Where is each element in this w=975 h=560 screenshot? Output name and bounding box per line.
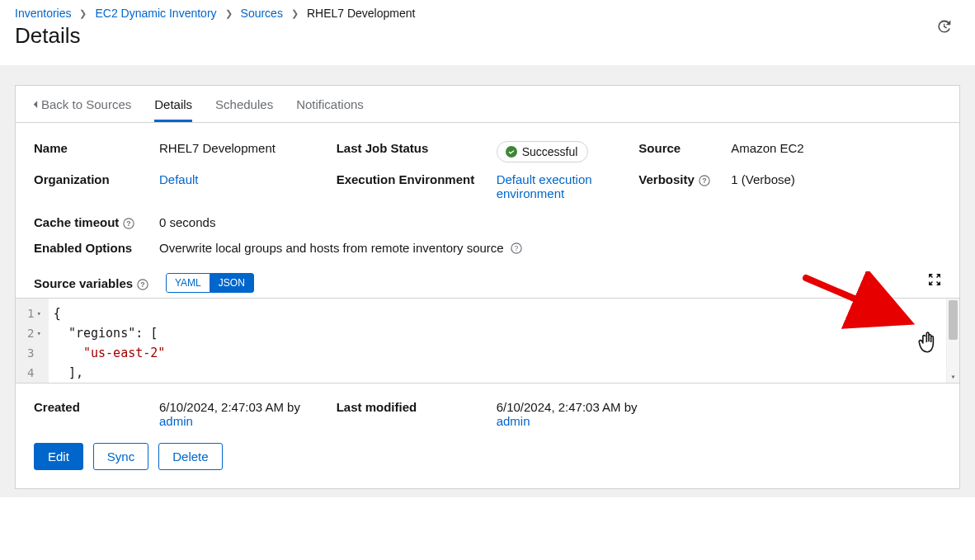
details-card: Back to Sources Details Schedules Notifi…	[15, 85, 960, 489]
source-value: Amazon EC2	[731, 141, 941, 162]
field-organization: Organization Default	[34, 172, 337, 200]
exec-env-label: Execution Environment	[337, 172, 497, 200]
name-value: RHEL7 Development	[159, 141, 337, 162]
breadcrumb: Inventories ❯ EC2 Dynamic Inventory ❯ So…	[15, 7, 960, 20]
expand-icon[interactable]	[928, 275, 941, 289]
tabs: Back to Sources Details Schedules Notifi…	[16, 86, 959, 123]
verbosity-value: 1 (Verbose)	[731, 172, 941, 200]
field-name: Name RHEL7 Development	[34, 141, 337, 162]
edit-button[interactable]: Edit	[34, 443, 83, 470]
breadcrumb-current: RHEL7 Development	[307, 7, 416, 20]
check-circle-icon	[506, 146, 517, 158]
cache-timeout-label: Cache timeout	[34, 215, 119, 229]
page-title: Details	[15, 23, 960, 49]
last-modified-label: Last modified	[337, 400, 497, 428]
field-source: Source Amazon EC2	[638, 141, 941, 162]
fold-icon[interactable]: ▾	[36, 323, 40, 343]
fold-icon[interactable]: ▾	[36, 304, 40, 323]
breadcrumb-link-sources[interactable]: Sources	[241, 7, 283, 20]
breadcrumb-link-inventories[interactable]: Inventories	[15, 7, 71, 20]
svg-point-0	[506, 146, 517, 158]
help-icon[interactable]: ?	[511, 242, 522, 254]
tab-schedules[interactable]: Schedules	[215, 86, 273, 122]
created-time: 6/10/2024, 2:47:03 AM by	[159, 400, 300, 414]
field-last-job-status: Last Job Status Successful	[337, 141, 639, 162]
field-cache-timeout: Cache timeout ? 0 seconds	[34, 215, 941, 229]
tab-notifications[interactable]: Notifications	[296, 86, 364, 122]
svg-text:?: ?	[127, 219, 131, 228]
organization-link[interactable]: Default	[159, 172, 199, 186]
exec-env-link[interactable]: Default execution environment	[497, 172, 592, 200]
status-badge[interactable]: Successful	[497, 141, 589, 162]
help-icon[interactable]: ?	[123, 218, 134, 229]
enabled-options-label: Enabled Options	[34, 241, 159, 255]
tab-details[interactable]: Details	[154, 86, 192, 122]
chevron-right-icon: ❯	[291, 8, 299, 19]
source-variables-label: Source variables	[34, 276, 133, 290]
chevron-right-icon: ❯	[225, 8, 233, 19]
toggle-yaml-button[interactable]: YAML	[166, 273, 210, 293]
breadcrumb-link-inventory[interactable]: EC2 Dynamic Inventory	[95, 7, 216, 20]
verbosity-label: Verbosity ?	[638, 172, 731, 200]
modified-time: 6/10/2024, 2:47:03 AM by	[497, 400, 638, 414]
field-execution-environment: Execution Environment Default execution …	[337, 172, 639, 200]
delete-button[interactable]: Delete	[158, 443, 222, 470]
format-toggle: YAML JSON	[166, 273, 254, 293]
history-icon[interactable]	[935, 18, 952, 35]
svg-text:?: ?	[702, 176, 706, 185]
scroll-down-icon[interactable]: ▾	[947, 372, 959, 381]
chevron-right-icon: ❯	[79, 8, 87, 19]
sync-button[interactable]: Sync	[93, 443, 148, 470]
field-source-variables: Source variables ? YAML JSON	[34, 273, 941, 293]
enabled-options-value: Overwrite local groups and hosts from re…	[159, 241, 941, 255]
field-enabled-options: Enabled Options Overwrite local groups a…	[34, 241, 941, 255]
field-last-modified: Last modified 6/10/2024, 2:47:03 AM by a…	[337, 400, 639, 428]
help-icon[interactable]: ?	[137, 279, 148, 290]
last-job-status-label: Last Job Status	[337, 141, 497, 162]
back-to-sources-link[interactable]: Back to Sources	[32, 86, 131, 122]
svg-text:?: ?	[514, 244, 518, 252]
source-label: Source	[638, 141, 731, 162]
svg-text:?: ?	[140, 280, 144, 289]
toggle-json-button[interactable]: JSON	[210, 273, 254, 293]
line-gutter: 1▾ 2▾ 3▾ 4▾	[16, 299, 49, 383]
organization-label: Organization	[34, 172, 159, 200]
created-label: Created	[34, 400, 159, 428]
scroll-thumb[interactable]	[949, 300, 958, 340]
modified-user-link[interactable]: admin	[497, 414, 530, 428]
field-created: Created 6/10/2024, 2:47:03 AM by admin	[34, 400, 337, 428]
name-label: Name	[34, 141, 159, 162]
field-verbosity: Verbosity ? 1 (Verbose)	[638, 172, 941, 200]
help-icon[interactable]: ?	[699, 175, 710, 186]
action-buttons: Edit Sync Delete	[34, 443, 941, 470]
caret-left-icon	[32, 100, 38, 109]
cache-timeout-value: 0 seconds	[159, 215, 941, 229]
code-body[interactable]: { "regions": [ "us-east-2" ],	[49, 299, 946, 383]
scrollbar[interactable]: ▾	[946, 299, 959, 383]
created-user-link[interactable]: admin	[159, 414, 193, 428]
code-editor[interactable]: 1▾ 2▾ 3▾ 4▾ { "regions": [ "us-east-2" ]…	[16, 298, 959, 384]
